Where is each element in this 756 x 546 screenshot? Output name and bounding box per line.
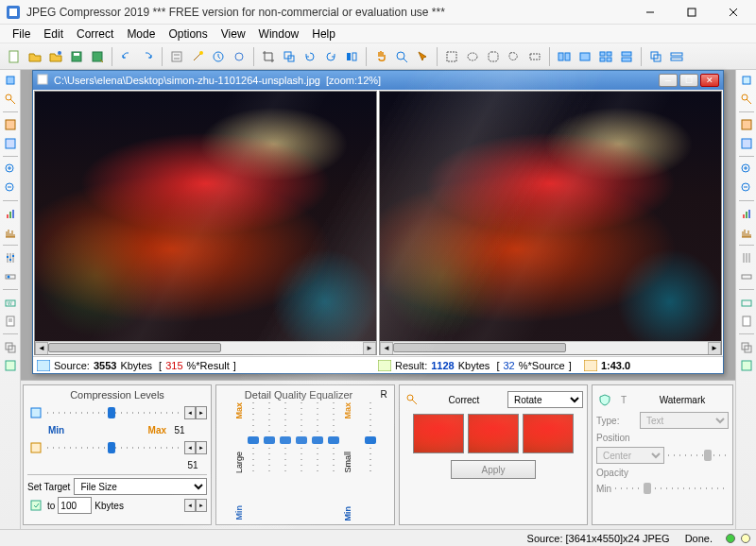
menu-edit[interactable]: Edit [37,26,70,43]
wm-pos-slider [668,449,729,462]
wand-icon[interactable] [187,46,208,67]
svg-point-15 [199,51,203,55]
wm-pos-select: Center [596,447,664,464]
svg-rect-35 [622,58,631,61]
svg-point-21 [397,52,404,60]
menu-mode[interactable]: Mode [120,26,162,43]
svg-rect-23 [447,52,456,61]
tile-h-icon[interactable] [666,46,687,67]
svg-rect-32 [600,58,605,61]
menu-view[interactable]: View [215,26,252,43]
svg-rect-20 [352,53,356,60]
correct-preview-3[interactable] [523,414,574,453]
status-done: Done. [678,533,720,544]
minimize-button[interactable] [629,0,671,25]
svg-rect-25 [489,52,498,61]
svg-rect-28 [565,53,570,60]
main-toolbar [0,43,756,70]
zoom-tool-icon[interactable] [391,46,412,67]
wm-type-select: Text [640,412,729,429]
view-single-icon[interactable] [575,46,595,67]
correct-panel: Correct Rotate Apply [399,384,588,525]
refresh-icon[interactable] [229,46,249,67]
svg-rect-31 [607,52,611,56]
menu-bar: File Edit Correct Mode Options View Wind… [0,25,756,43]
menu-options[interactable]: Options [162,26,214,43]
select-round-icon[interactable] [483,46,504,67]
redo-icon[interactable] [137,46,158,67]
svg-point-24 [468,53,477,60]
select-free-icon[interactable] [504,46,524,67]
pan-icon[interactable] [370,46,391,67]
svg-rect-3 [688,9,696,16]
wm-opacity-slider [615,482,729,495]
resize-icon[interactable] [279,46,300,67]
open2-icon[interactable] [45,46,66,67]
open-icon[interactable] [25,46,45,67]
new-icon[interactable] [4,46,25,67]
svg-rect-39 [671,58,682,60]
svg-rect-33 [607,58,611,61]
maximize-button[interactable] [671,0,713,25]
svg-line-22 [404,59,407,62]
svg-rect-6 [9,51,18,62]
settings-icon[interactable] [166,46,187,67]
rotate-left-icon[interactable] [300,46,320,67]
view-tile-icon[interactable] [595,46,616,67]
menu-correct[interactable]: Correct [70,26,120,43]
status-source-info: Source: [3641x4550]x24 JPEG [520,533,678,544]
menu-file[interactable]: File [6,26,37,43]
svg-rect-11 [172,52,181,61]
status-led-green [726,534,735,543]
svg-rect-38 [671,53,682,56]
menu-window[interactable]: Window [252,26,306,43]
svg-rect-30 [600,52,605,56]
app-icon [6,5,21,20]
undo-icon[interactable] [116,46,137,67]
svg-point-7 [58,51,61,55]
auto-icon[interactable] [208,46,229,67]
status-led-yellow [741,534,750,543]
status-bar: Source: [3641x4550]x24 JPEG Done. [0,529,756,546]
svg-rect-34 [622,52,631,56]
flip-icon[interactable] [341,46,362,67]
pick-icon[interactable] [412,46,433,67]
select-ellipse-icon[interactable] [462,46,483,67]
cascade-icon[interactable] [645,46,666,67]
save-icon[interactable] [66,46,87,67]
select-fixed-icon[interactable] [524,46,545,67]
svg-rect-26 [530,54,540,60]
svg-rect-27 [558,53,563,60]
bottom-panels: Compression Levels ◄► Min Max ◄► [21,380,735,529]
title-bar: JPEG Compressor 2019 *** FREE version fo… [0,0,756,25]
menu-help[interactable]: Help [305,26,342,43]
crop-icon[interactable] [258,46,279,67]
svg-rect-29 [580,53,590,60]
rotate-right-icon[interactable] [320,46,341,67]
svg-rect-19 [347,53,351,60]
save-as-icon[interactable] [87,46,108,67]
window-title: JPEG Compressor 2019 *** FREE version fo… [26,6,629,19]
svg-rect-9 [74,53,79,56]
view-dual-icon[interactable] [554,46,575,67]
view-stack-icon[interactable] [616,46,637,67]
select-rect-icon[interactable] [441,46,462,67]
close-button[interactable] [713,0,754,25]
svg-rect-1 [9,9,17,16]
